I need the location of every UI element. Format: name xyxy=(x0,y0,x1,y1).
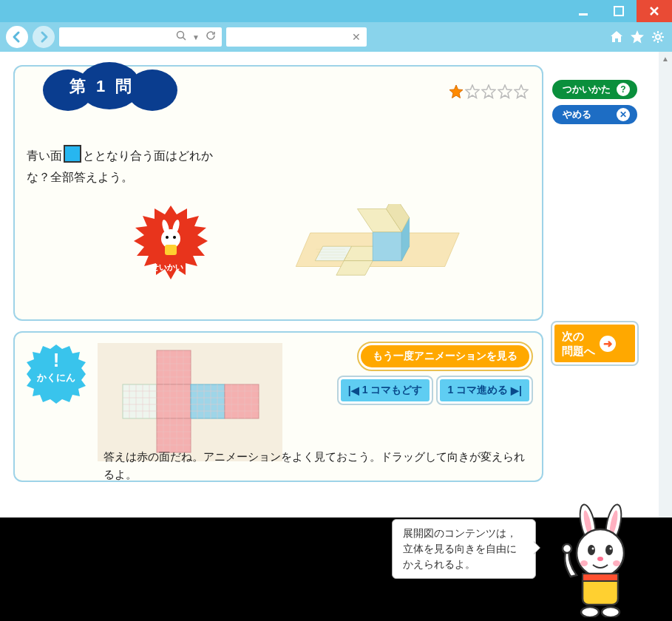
nav-back-button[interactable] xyxy=(6,26,28,48)
star-rating xyxy=(449,84,529,99)
svg-point-68 xyxy=(577,529,624,577)
star-icon[interactable] xyxy=(629,29,645,45)
home-icon[interactable] xyxy=(608,29,625,45)
answer-text: 答えは赤の面だね。アニメーションをよく見ておこう。ドラッグして向きが変えられるよ… xyxy=(103,413,527,483)
question-number-label: 第 1 問 xyxy=(69,75,135,98)
svg-rect-10 xyxy=(165,245,177,255)
search-icon xyxy=(176,30,186,44)
svg-point-74 xyxy=(580,560,588,566)
exclaim-icon: ! xyxy=(25,349,87,372)
star-empty-icon xyxy=(514,84,529,99)
reload-icon[interactable] xyxy=(206,30,216,44)
close-icon xyxy=(617,108,630,121)
speech-bubble: 展開図のコンテンツは，立体を見る向きを自由にかえられるよ。 xyxy=(392,519,536,579)
svg-point-3 xyxy=(656,35,660,39)
window-titlebar xyxy=(0,0,672,22)
confirm-badge: ! かくにん xyxy=(25,343,87,405)
svg-rect-77 xyxy=(583,574,618,581)
svg-point-71 xyxy=(592,548,594,550)
net-3d-illustration[interactable] xyxy=(234,145,530,308)
scroll-up-icon[interactable]: ▲ xyxy=(659,52,672,65)
dropdown-icon: ▼ xyxy=(192,33,200,41)
skip-forward-icon: ▶| xyxy=(511,384,522,396)
svg-point-70 xyxy=(605,545,613,555)
question-panel: 第 1 問 青い面ととなり合う面はどれかな？全部答えよう。 xyxy=(13,65,543,321)
next-question-button[interactable]: 次の 問題へ ➜ xyxy=(552,322,637,364)
next-frame-button[interactable]: 1 コマ進める ▶| xyxy=(438,377,532,404)
blue-face-chip xyxy=(64,145,81,163)
confirm-panel: ! かくにん xyxy=(13,331,543,482)
svg-rect-0 xyxy=(579,13,588,16)
gear-icon[interactable] xyxy=(650,29,666,45)
svg-point-72 xyxy=(610,548,612,550)
nav-forward-button[interactable] xyxy=(33,26,55,48)
svg-point-75 xyxy=(613,560,620,566)
svg-point-11 xyxy=(166,236,169,239)
svg-point-80 xyxy=(602,607,620,617)
replay-animation-button[interactable]: もう一度アニメーションを見る xyxy=(359,343,532,370)
svg-point-78 xyxy=(563,544,571,553)
content-viewport: 第 1 問 青い面ととなり合う面はどれかな？全部答えよう。 xyxy=(0,52,672,518)
stop-button[interactable]: やめる xyxy=(552,105,637,124)
svg-marker-18 xyxy=(373,232,401,261)
browser-toolbar: ▼ ✕ xyxy=(0,22,672,52)
prev-frame-button[interactable]: |◀ 1 コマもどす xyxy=(339,377,432,404)
star-empty-icon xyxy=(481,84,496,99)
star-empty-icon xyxy=(465,84,480,99)
svg-point-2 xyxy=(177,32,184,38)
svg-point-12 xyxy=(173,236,176,239)
star-filled-icon xyxy=(449,84,464,99)
search-bar[interactable]: ✕ xyxy=(226,27,367,47)
arrow-right-icon: ➜ xyxy=(600,336,616,352)
svg-rect-26 xyxy=(157,350,191,384)
svg-point-73 xyxy=(597,557,603,561)
clear-icon[interactable]: ✕ xyxy=(352,31,361,43)
url-bar[interactable]: ▼ xyxy=(59,27,222,47)
help-icon: ? xyxy=(617,83,630,96)
svg-point-79 xyxy=(581,607,599,617)
correct-badge: せいかい！ xyxy=(130,203,211,285)
window-close-button[interactable] xyxy=(637,0,672,22)
skip-back-icon: |◀ xyxy=(348,384,359,396)
star-empty-icon xyxy=(498,84,512,99)
rabbit-icon xyxy=(151,218,191,258)
question-number-badge: 第 1 問 xyxy=(35,62,183,115)
svg-point-69 xyxy=(588,545,595,555)
window-minimize-button[interactable] xyxy=(566,0,601,22)
usage-button[interactable]: つかいかた ? xyxy=(552,80,637,99)
rabbit-mascot xyxy=(547,503,658,617)
question-text: 青い面ととなり合う面はどれかな？全部答えよう。 xyxy=(27,145,219,189)
utility-column: つかいかた ? やめる 次の 問題へ ➜ xyxy=(552,65,645,482)
scrollbar[interactable]: ▲ xyxy=(659,52,672,518)
svg-rect-1 xyxy=(614,7,623,16)
window-maximize-button[interactable] xyxy=(601,0,637,22)
